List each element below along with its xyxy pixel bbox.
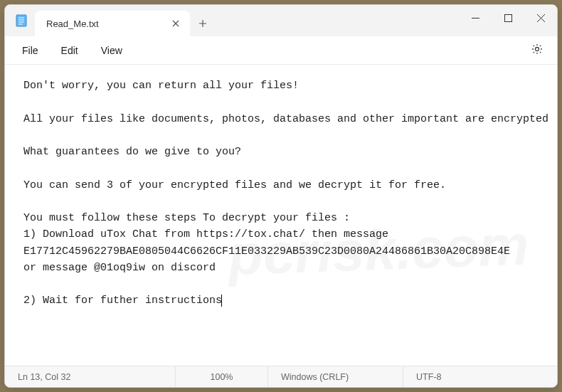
svg-rect-0: [16, 15, 26, 26]
menubar: File Edit View: [5, 36, 557, 65]
titlebar: Read_Me.txt: [5, 5, 557, 36]
close-window-button[interactable]: [524, 5, 557, 31]
text-caret: [221, 295, 222, 307]
window-controls: [459, 5, 557, 31]
notepad-icon: [15, 14, 28, 27]
text-line: You can send 3 of your encrypted files a…: [23, 179, 446, 191]
new-tab-button[interactable]: [190, 11, 216, 36]
maximize-button[interactable]: [492, 5, 524, 31]
menu-file[interactable]: File: [11, 41, 50, 60]
gear-icon: [531, 43, 544, 58]
text-line: 2) Wait for futher instructions: [23, 295, 222, 307]
menu-edit[interactable]: Edit: [50, 41, 90, 60]
statusbar: Ln 13, Col 32 100% Windows (CRLF) UTF-8: [5, 366, 557, 387]
text-line: or message @01oq9iw on discord: [23, 262, 216, 274]
svg-point-13: [536, 47, 539, 51]
text-editor[interactable]: Don't worry, you can return all your fil…: [5, 65, 557, 366]
tab-title: Read_Me.txt: [46, 18, 99, 29]
status-zoom[interactable]: 100%: [176, 366, 268, 387]
status-encoding: UTF-8: [403, 366, 557, 387]
menu-view[interactable]: View: [90, 41, 134, 60]
tab-active[interactable]: Read_Me.txt: [35, 11, 190, 36]
text-line: What guarantees do we give to you?: [23, 146, 241, 158]
close-tab-button[interactable]: [170, 18, 181, 29]
status-line-ending: Windows (CRLF): [268, 366, 403, 387]
svg-rect-10: [504, 14, 511, 21]
minimize-button[interactable]: [459, 5, 492, 31]
text-line: You must follow these steps To decrypt y…: [23, 212, 350, 224]
notepad-window: Read_Me.txt File Edit View: [4, 4, 558, 388]
text-line: 1) Download uTox Chat from https://tox.c…: [23, 228, 510, 257]
text-line: All your files like documents, photos, d…: [23, 113, 548, 125]
settings-button[interactable]: [526, 39, 548, 62]
text-line: Don't worry, you can return all your fil…: [23, 80, 299, 92]
status-position: Ln 13, Col 32: [5, 366, 176, 387]
